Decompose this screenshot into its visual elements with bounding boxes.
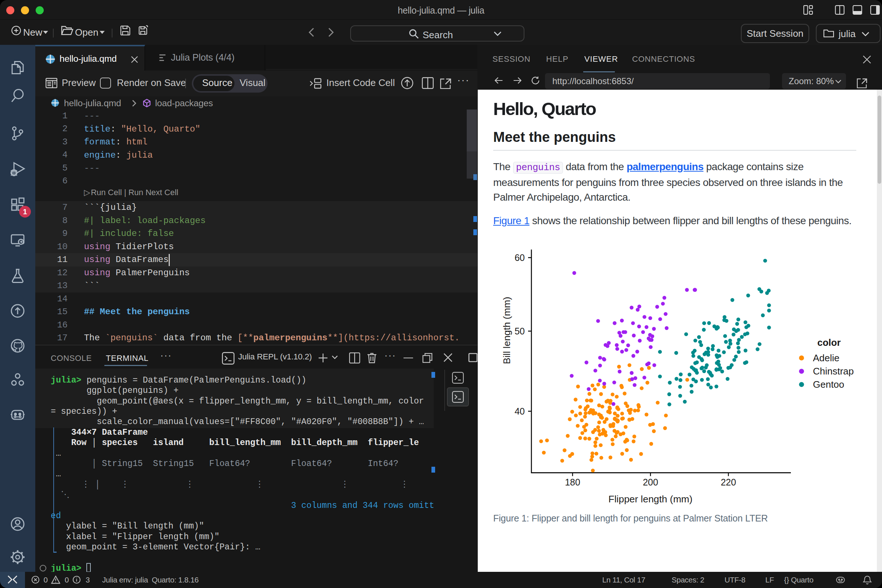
svg-text:50: 50 xyxy=(514,326,525,336)
svg-text:Flipper length (mm): Flipper length (mm) xyxy=(609,494,693,505)
svg-text:Gentoo: Gentoo xyxy=(813,379,844,390)
svg-text:180: 180 xyxy=(565,477,580,487)
svg-text:Bill length (mm): Bill length (mm) xyxy=(501,297,512,364)
svg-text:220: 220 xyxy=(721,477,736,487)
svg-text:Chinstrap: Chinstrap xyxy=(813,366,854,376)
svg-text:200: 200 xyxy=(643,477,658,487)
svg-text:40: 40 xyxy=(514,406,525,416)
svg-text:color: color xyxy=(818,337,841,348)
svg-text:60: 60 xyxy=(514,252,525,263)
svg-text:Adelie: Adelie xyxy=(813,352,839,363)
